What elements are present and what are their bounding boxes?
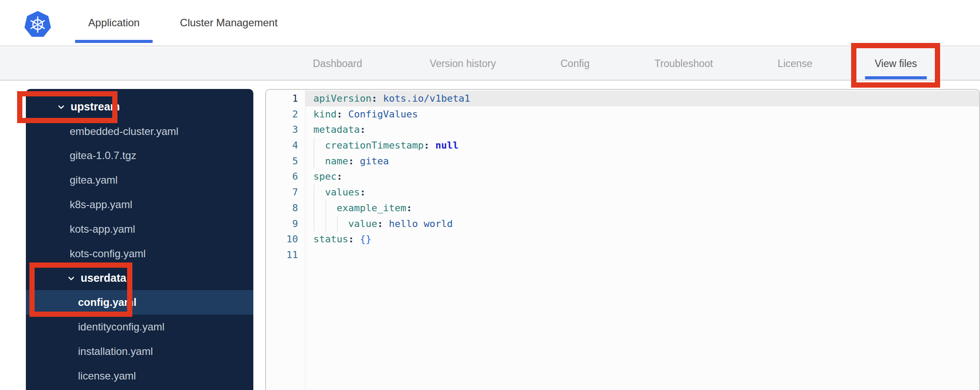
code-editor-panel[interactable]: 1234567891011 apiVersion: kots.io/v1beta… xyxy=(265,89,980,390)
line-number: 1 xyxy=(266,91,305,106)
code-line: apiVersion: kots.io/v1beta1 xyxy=(305,91,979,106)
line-number: 11 xyxy=(266,247,305,263)
code-line: kind: ConfigValues xyxy=(305,106,979,122)
code-line: values: xyxy=(305,184,979,200)
file-license-yaml[interactable]: license.yaml xyxy=(26,364,253,388)
code-text: value: hello world xyxy=(313,218,453,229)
tree-item-label: identityconfig.yaml xyxy=(78,321,164,333)
line-number: 5 xyxy=(266,153,305,169)
annotation-box-upstream xyxy=(17,91,117,123)
header-tab-cluster-management[interactable]: Cluster Management xyxy=(180,0,278,46)
indent-guide xyxy=(314,200,314,216)
tree-item-label: embedded-cluster.yaml xyxy=(70,125,178,138)
code-line: example_item: xyxy=(305,200,979,216)
code-content: apiVersion: kots.io/v1beta1kind: ConfigV… xyxy=(305,90,979,390)
code-text: spec: xyxy=(313,171,342,182)
code-line: metadata: xyxy=(305,122,979,138)
code-line: creationTimestamp: null xyxy=(305,138,979,153)
tree-item-label: license.yaml xyxy=(78,370,136,382)
file-gitea-1-0-7-tgz[interactable]: gitea-1.0.7.tgz xyxy=(26,144,253,168)
code-text: metadata: xyxy=(313,124,366,135)
annotation-box-userdata-config xyxy=(29,262,132,317)
kubernetes-logo-icon xyxy=(24,11,51,38)
indent-guide xyxy=(314,153,314,169)
code-text: values: xyxy=(313,187,366,198)
tab-troubleshoot[interactable]: Troubleshoot xyxy=(654,47,713,80)
tab-version-history[interactable]: Version history xyxy=(430,47,496,80)
tab-dashboard[interactable]: Dashboard xyxy=(313,47,362,80)
code-text: status: {} xyxy=(313,234,371,245)
code-text: creationTimestamp: null xyxy=(313,140,458,151)
code-text: kind: ConfigValues xyxy=(313,109,418,120)
indent-guide xyxy=(337,216,337,232)
code-line: value: hello world xyxy=(305,216,979,232)
line-number: 6 xyxy=(266,169,305,184)
code-text: apiVersion: kots.io/v1beta1 xyxy=(313,93,470,104)
header-tab-application[interactable]: Application xyxy=(88,0,139,46)
indent-guide xyxy=(314,184,314,200)
line-number: 7 xyxy=(266,184,305,200)
tree-item-label: gitea-1.0.7.tgz xyxy=(70,149,136,162)
file-identityconfig-yaml[interactable]: identityconfig.yaml xyxy=(26,315,253,339)
indent-guide xyxy=(326,216,326,232)
tab-license[interactable]: License xyxy=(778,47,812,80)
app-subnav: DashboardVersion historyConfigTroublesho… xyxy=(0,47,980,81)
tree-item-label: k8s-app.yaml xyxy=(70,199,132,211)
file-gitea-yaml[interactable]: gitea.yaml xyxy=(26,168,253,192)
file-installation-yaml[interactable]: installation.yaml xyxy=(26,339,253,364)
line-number: 2 xyxy=(266,106,305,122)
code-text: example_item: xyxy=(313,202,412,213)
app-header: ApplicationCluster Management xyxy=(0,0,980,46)
annotation-box-view-files xyxy=(851,43,940,88)
file-tree-sidebar: upstreamembedded-cluster.yamlgitea-1.0.7… xyxy=(26,89,253,390)
indent-guide xyxy=(314,138,314,153)
line-number: 10 xyxy=(266,231,305,247)
line-number: 9 xyxy=(266,216,305,232)
tree-item-label: kots-config.yaml xyxy=(70,248,146,260)
indent-guide xyxy=(314,216,314,232)
tree-item-label: gitea.yaml xyxy=(70,174,117,186)
kots-admin-console-screen: ApplicationCluster Management DashboardV… xyxy=(0,0,980,390)
code-line: status: {} xyxy=(305,231,979,247)
line-number: 3 xyxy=(266,122,305,138)
code-line: spec: xyxy=(305,169,979,184)
tab-config[interactable]: Config xyxy=(561,47,589,80)
file-kots-app-yaml[interactable]: kots-app.yaml xyxy=(26,217,253,241)
tree-item-label: installation.yaml xyxy=(78,345,153,358)
line-number: 4 xyxy=(266,138,305,153)
code-text: name: gitea xyxy=(313,156,389,167)
line-number: 8 xyxy=(266,200,305,216)
tree-item-label: kots-app.yaml xyxy=(70,223,135,235)
indent-guide xyxy=(326,200,326,216)
code-line: name: gitea xyxy=(305,153,979,169)
code-line xyxy=(305,247,979,263)
file-k8s-app-yaml[interactable]: k8s-app.yaml xyxy=(26,192,253,217)
line-number-gutter: 1234567891011 xyxy=(266,90,305,390)
